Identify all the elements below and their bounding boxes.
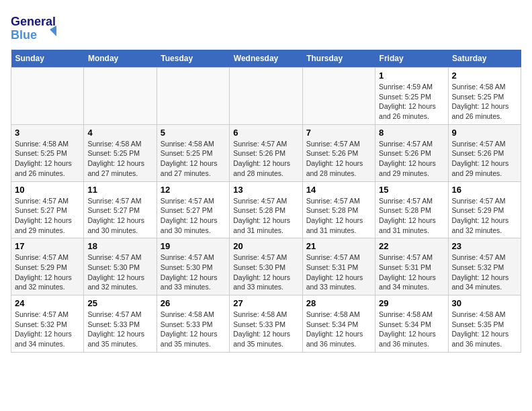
day-number: 22 xyxy=(379,241,444,251)
calendar-header: SundayMondayTuesdayWednesdayThursdayFrid… xyxy=(11,50,521,68)
calendar-week-5: 24Sunrise: 4:57 AM Sunset: 5:32 PM Dayli… xyxy=(11,295,521,353)
calendar-cell: 29Sunrise: 4:58 AM Sunset: 5:34 PM Dayli… xyxy=(375,295,448,353)
svg-text:General: General xyxy=(11,15,56,28)
day-info: Sunrise: 4:57 AM Sunset: 5:30 PM Dayligh… xyxy=(87,253,152,292)
day-info: Sunrise: 4:58 AM Sunset: 5:33 PM Dayligh… xyxy=(161,310,226,349)
day-number: 19 xyxy=(161,241,226,251)
day-info: Sunrise: 4:57 AM Sunset: 5:28 PM Dayligh… xyxy=(379,196,444,236)
calendar-cell: 2Sunrise: 4:58 AM Sunset: 5:25 PM Daylig… xyxy=(448,68,521,125)
weekday-friday: Friday xyxy=(375,50,448,68)
day-info: Sunrise: 4:57 AM Sunset: 5:33 PM Dayligh… xyxy=(87,310,152,349)
day-number: 16 xyxy=(452,185,517,195)
day-number: 9 xyxy=(452,128,517,138)
day-number: 28 xyxy=(306,298,371,308)
day-info: Sunrise: 4:57 AM Sunset: 5:26 PM Dayligh… xyxy=(452,139,517,179)
calendar-body: 1Sunrise: 4:59 AM Sunset: 5:25 PM Daylig… xyxy=(11,68,521,353)
weekday-header-row: SundayMondayTuesdayWednesdayThursdayFrid… xyxy=(11,50,521,68)
calendar-cell xyxy=(157,68,229,125)
day-number: 3 xyxy=(15,128,80,138)
day-info: Sunrise: 4:57 AM Sunset: 5:31 PM Dayligh… xyxy=(379,253,444,292)
calendar-cell: 4Sunrise: 4:58 AM Sunset: 5:25 PM Daylig… xyxy=(84,124,157,181)
day-info: Sunrise: 4:58 AM Sunset: 5:25 PM Dayligh… xyxy=(15,139,80,179)
calendar-cell: 19Sunrise: 4:57 AM Sunset: 5:30 PM Dayli… xyxy=(157,238,229,295)
calendar-cell: 17Sunrise: 4:57 AM Sunset: 5:29 PM Dayli… xyxy=(11,238,84,295)
day-number: 27 xyxy=(233,298,298,308)
calendar-cell: 9Sunrise: 4:57 AM Sunset: 5:26 PM Daylig… xyxy=(448,124,521,181)
day-info: Sunrise: 4:57 AM Sunset: 5:31 PM Dayligh… xyxy=(306,253,371,292)
weekday-sunday: Sunday xyxy=(11,50,84,68)
calendar-cell: 7Sunrise: 4:57 AM Sunset: 5:26 PM Daylig… xyxy=(302,124,375,181)
calendar-week-3: 10Sunrise: 4:57 AM Sunset: 5:27 PM Dayli… xyxy=(11,181,521,238)
calendar-cell: 25Sunrise: 4:57 AM Sunset: 5:33 PM Dayli… xyxy=(84,295,157,353)
calendar-cell xyxy=(84,68,157,125)
day-number: 20 xyxy=(233,241,298,251)
calendar-cell xyxy=(302,68,375,125)
day-info: Sunrise: 4:57 AM Sunset: 5:32 PM Dayligh… xyxy=(15,310,80,349)
calendar-cell: 20Sunrise: 4:57 AM Sunset: 5:30 PM Dayli… xyxy=(230,238,302,295)
weekday-wednesday: Wednesday xyxy=(230,50,302,68)
calendar-cell xyxy=(230,68,302,125)
calendar-cell: 1Sunrise: 4:59 AM Sunset: 5:25 PM Daylig… xyxy=(375,68,448,125)
calendar-cell: 6Sunrise: 4:57 AM Sunset: 5:26 PM Daylig… xyxy=(230,124,302,181)
calendar-cell: 23Sunrise: 4:57 AM Sunset: 5:32 PM Dayli… xyxy=(448,238,521,295)
calendar-week-4: 17Sunrise: 4:57 AM Sunset: 5:29 PM Dayli… xyxy=(11,238,521,295)
logo: GeneralBlue xyxy=(11,11,58,44)
day-info: Sunrise: 4:57 AM Sunset: 5:26 PM Dayligh… xyxy=(233,139,298,179)
weekday-tuesday: Tuesday xyxy=(157,50,229,68)
weekday-monday: Monday xyxy=(84,50,157,68)
day-info: Sunrise: 4:57 AM Sunset: 5:26 PM Dayligh… xyxy=(379,139,444,179)
day-number: 13 xyxy=(233,185,298,195)
calendar-cell: 16Sunrise: 4:57 AM Sunset: 5:29 PM Dayli… xyxy=(448,181,521,238)
day-info: Sunrise: 4:57 AM Sunset: 5:29 PM Dayligh… xyxy=(452,196,517,236)
day-info: Sunrise: 4:58 AM Sunset: 5:25 PM Dayligh… xyxy=(87,139,152,179)
calendar-week-2: 3Sunrise: 4:58 AM Sunset: 5:25 PM Daylig… xyxy=(11,124,521,181)
calendar-cell: 5Sunrise: 4:58 AM Sunset: 5:25 PM Daylig… xyxy=(157,124,229,181)
calendar-cell: 13Sunrise: 4:57 AM Sunset: 5:28 PM Dayli… xyxy=(230,181,302,238)
day-number: 4 xyxy=(87,128,152,138)
calendar-week-1: 1Sunrise: 4:59 AM Sunset: 5:25 PM Daylig… xyxy=(11,68,521,125)
day-info: Sunrise: 4:57 AM Sunset: 5:29 PM Dayligh… xyxy=(15,253,80,292)
day-number: 2 xyxy=(452,71,517,81)
calendar-cell: 10Sunrise: 4:57 AM Sunset: 5:27 PM Dayli… xyxy=(11,181,84,238)
day-number: 29 xyxy=(379,298,444,308)
day-info: Sunrise: 4:57 AM Sunset: 5:30 PM Dayligh… xyxy=(161,253,226,292)
calendar-cell: 30Sunrise: 4:58 AM Sunset: 5:35 PM Dayli… xyxy=(448,295,521,353)
calendar-cell: 22Sunrise: 4:57 AM Sunset: 5:31 PM Dayli… xyxy=(375,238,448,295)
day-number: 17 xyxy=(15,241,80,251)
day-number: 30 xyxy=(452,298,517,308)
day-number: 1 xyxy=(379,71,444,81)
calendar-cell xyxy=(11,68,84,125)
calendar-cell: 12Sunrise: 4:57 AM Sunset: 5:27 PM Dayli… xyxy=(157,181,229,238)
day-number: 14 xyxy=(306,185,371,195)
day-number: 18 xyxy=(87,241,152,251)
day-number: 21 xyxy=(306,241,371,251)
day-info: Sunrise: 4:57 AM Sunset: 5:26 PM Dayligh… xyxy=(306,139,371,179)
day-number: 7 xyxy=(306,128,371,138)
calendar-cell: 26Sunrise: 4:58 AM Sunset: 5:33 PM Dayli… xyxy=(157,295,229,353)
day-info: Sunrise: 4:58 AM Sunset: 5:33 PM Dayligh… xyxy=(233,310,298,349)
calendar-cell: 18Sunrise: 4:57 AM Sunset: 5:30 PM Dayli… xyxy=(84,238,157,295)
day-number: 26 xyxy=(161,298,226,308)
day-info: Sunrise: 4:59 AM Sunset: 5:25 PM Dayligh… xyxy=(379,82,444,122)
day-number: 5 xyxy=(161,128,226,138)
logo-svg: GeneralBlue xyxy=(11,11,58,44)
calendar-cell: 21Sunrise: 4:57 AM Sunset: 5:31 PM Dayli… xyxy=(302,238,375,295)
day-info: Sunrise: 4:58 AM Sunset: 5:25 PM Dayligh… xyxy=(161,139,226,179)
day-info: Sunrise: 4:57 AM Sunset: 5:27 PM Dayligh… xyxy=(161,196,226,236)
calendar-table: SundayMondayTuesdayWednesdayThursdayFrid… xyxy=(11,50,521,353)
day-number: 8 xyxy=(379,128,444,138)
calendar-cell: 28Sunrise: 4:58 AM Sunset: 5:34 PM Dayli… xyxy=(302,295,375,353)
day-number: 11 xyxy=(87,185,152,195)
day-number: 24 xyxy=(15,298,80,308)
page-header: GeneralBlue xyxy=(11,11,521,44)
calendar-cell: 11Sunrise: 4:57 AM Sunset: 5:27 PM Dayli… xyxy=(84,181,157,238)
weekday-saturday: Saturday xyxy=(448,50,521,68)
day-info: Sunrise: 4:57 AM Sunset: 5:27 PM Dayligh… xyxy=(15,196,80,236)
day-info: Sunrise: 4:57 AM Sunset: 5:28 PM Dayligh… xyxy=(233,196,298,236)
calendar-cell: 15Sunrise: 4:57 AM Sunset: 5:28 PM Dayli… xyxy=(375,181,448,238)
day-number: 10 xyxy=(15,185,80,195)
svg-text:Blue: Blue xyxy=(11,28,37,42)
calendar-cell: 8Sunrise: 4:57 AM Sunset: 5:26 PM Daylig… xyxy=(375,124,448,181)
day-info: Sunrise: 4:57 AM Sunset: 5:30 PM Dayligh… xyxy=(233,253,298,292)
day-number: 23 xyxy=(452,241,517,251)
